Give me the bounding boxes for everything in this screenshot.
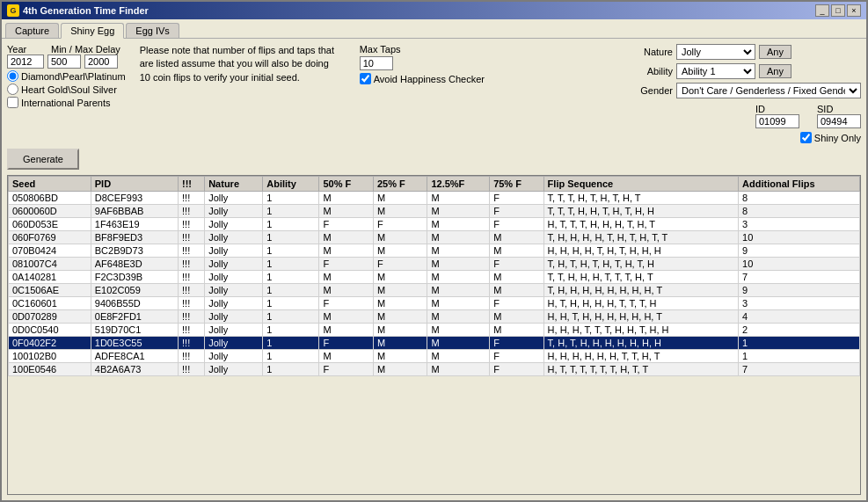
col-f75: 75% F <box>490 177 543 192</box>
max-taps-input[interactable] <box>360 56 393 70</box>
tab-egg-ivs[interactable]: Egg IVs <box>126 23 179 38</box>
table-row[interactable]: 0A140281F2C3D39B!!!Jolly1MMMMT, T, H, H,… <box>9 271 860 284</box>
table-cell: 1 <box>263 310 319 324</box>
ability-label: Ability <box>633 66 673 76</box>
content-area: Year Min / Max Delay Diamond\Pearl\Plati… <box>2 39 866 500</box>
table-cell: H, T, T, T, T, T, T, H, T, T <box>543 363 738 376</box>
params-labels: Year Min / Max Delay <box>7 44 126 55</box>
table-body: 050806BDD8CEF993!!!Jolly1MMMFT, T, T, H,… <box>9 192 860 376</box>
ability-select[interactable]: Ability 1 Ability 2 <box>676 63 755 79</box>
main-window: G 4th Generation Time Finder _ □ × Captu… <box>0 0 868 502</box>
radio-hgss[interactable] <box>7 84 18 95</box>
table-row[interactable]: 0D0C0540519D70C1!!!Jolly1MMMMH, H, H, T,… <box>9 324 860 337</box>
params-row1 <box>7 55 126 69</box>
table-row[interactable]: 070B0424BC2B9D73!!!Jolly1MMMMH, H, H, H,… <box>9 244 860 258</box>
table-cell: M <box>373 271 427 284</box>
table-cell: ADFE8CA1 <box>91 350 178 363</box>
table-cell: T, H, H, H, H, T, H, T, H, T, T <box>543 231 738 244</box>
tab-bar: Capture Shiny Egg Egg IVs <box>2 19 866 39</box>
table-cell: H, T, H, H, H, H, T, T, T, H <box>543 297 738 310</box>
col-pid: PID <box>91 177 178 192</box>
table-cell: M <box>427 192 490 205</box>
table-cell: T, T, T, H, H, T, H, T, H, H <box>543 205 738 218</box>
radio-hgss-label[interactable]: Heart Gold\Soul Silver <box>7 84 126 95</box>
left-params: Year Min / Max Delay Diamond\Pearl\Plati… <box>7 44 126 108</box>
table-cell: 100102B0 <box>9 350 91 363</box>
table-row[interactable]: 0F0402F21D0E3C55!!!Jolly1FMMFT, H, T, H,… <box>9 337 860 350</box>
results-table: Seed PID !!! Nature Ability 50% F 25% F … <box>8 176 860 376</box>
table-cell: 0D0C0540 <box>9 324 91 337</box>
table-row[interactable]: 050806BDD8CEF993!!!Jolly1MMMFT, T, T, H,… <box>9 192 860 205</box>
table-row[interactable]: 060D053E1F463E19!!!Jolly1FFMFH, T, T, T,… <box>9 218 860 231</box>
table-row[interactable]: 100E05464B2A6A73!!!Jolly1FMMFH, T, T, T,… <box>9 363 860 376</box>
table-row[interactable]: 0C1506AEE102C059!!!Jolly1MMMMT, H, H, H,… <box>9 284 860 297</box>
table-row[interactable]: 060F0769BF8F9ED3!!!Jolly1MMMMT, H, H, H,… <box>9 231 860 244</box>
title-bar: G 4th Generation Time Finder _ □ × <box>2 2 866 19</box>
table-row[interactable]: 100102B0ADFE8CA1!!!Jolly1MMMFH, H, H, H,… <box>9 350 860 363</box>
radio-dp-label[interactable]: Diamond\Pearl\Platinum <box>7 70 126 82</box>
table-cell: M <box>427 337 490 350</box>
table-wrapper[interactable]: Seed PID !!! Nature Ability 50% F 25% F … <box>7 175 861 495</box>
table-cell: 060D053E <box>9 218 91 231</box>
table-cell: M <box>373 231 427 244</box>
generate-button[interactable]: Generate <box>7 149 79 170</box>
col-f50: 50% F <box>319 177 373 192</box>
table-row[interactable]: 0C1606019406B55D!!!Jolly1FMMFH, T, H, H,… <box>9 297 860 310</box>
close-button[interactable]: × <box>847 4 861 17</box>
table-cell: 1 <box>263 231 319 244</box>
table-cell: F <box>490 218 543 231</box>
table-cell: T, H, H, H, H, H, H, H, H, T <box>543 284 738 297</box>
intl-parents-checkbox[interactable] <box>7 97 18 108</box>
tab-shiny-egg[interactable]: Shiny Egg <box>61 23 124 39</box>
table-row[interactable]: 0D0702890E8F2FD1!!!Jolly1MMMMH, H, T, H,… <box>9 310 860 324</box>
max-delay-input[interactable] <box>84 55 118 69</box>
table-cell: M <box>490 231 543 244</box>
id-input[interactable] <box>755 114 799 128</box>
table-cell: 4B2A6A73 <box>91 363 178 376</box>
any-ability-button[interactable]: Any <box>759 64 791 78</box>
table-cell: 1 <box>263 271 319 284</box>
table-cell: 3 <box>739 297 860 310</box>
any-nature-button[interactable]: Any <box>759 45 791 59</box>
table-row[interactable]: 0600060D9AF6BBAB!!!Jolly1MMMFT, T, T, H,… <box>9 205 860 218</box>
radio-intl-label[interactable]: International Parents <box>7 97 126 108</box>
table-cell: T, H, T, H, H, H, H, H, H, H <box>543 337 738 350</box>
table-cell: 9AF6BBAB <box>91 205 178 218</box>
table-cell: M <box>373 324 427 337</box>
table-row[interactable]: 081007C4AF648E3D!!!Jolly1FFMFT, H, T, H,… <box>9 258 860 271</box>
radio-dp[interactable] <box>7 70 18 82</box>
avoid-happiness-checkbox[interactable] <box>360 73 371 84</box>
nature-select[interactable]: Jolly <box>676 44 755 60</box>
col-f25: 25% F <box>373 177 427 192</box>
minimize-button[interactable]: _ <box>815 4 829 17</box>
table-cell: M <box>427 205 490 218</box>
table-cell: Jolly <box>205 258 263 271</box>
table-cell: M <box>373 244 427 258</box>
table-cell: 1 <box>263 284 319 297</box>
min-delay-input[interactable] <box>47 55 81 69</box>
table-cell: 0C160601 <box>9 297 91 310</box>
table-cell: 060F0769 <box>9 231 91 244</box>
table-cell: 1 <box>263 258 319 271</box>
table-cell: Jolly <box>205 324 263 337</box>
table-cell: 8 <box>739 205 860 218</box>
table-cell: F <box>319 218 373 231</box>
table-cell: !!! <box>179 205 205 218</box>
table-cell: 1 <box>739 350 860 363</box>
table-cell: M <box>490 284 543 297</box>
table-cell: F <box>319 363 373 376</box>
avoid-happiness-label: Avoid Happiness Checker <box>374 74 485 84</box>
table-cell: M <box>373 192 427 205</box>
table-cell: !!! <box>179 350 205 363</box>
gender-select[interactable]: Don't Care / Genderless / Fixed Gender M… <box>676 83 861 98</box>
year-input[interactable] <box>7 55 44 69</box>
shiny-only-checkbox[interactable] <box>800 132 812 143</box>
table-cell: 7 <box>739 363 860 376</box>
ability-row: Ability Ability 1 Ability 2 Any <box>633 63 861 79</box>
table-cell: Jolly <box>205 271 263 284</box>
table-cell: 050806BD <box>9 192 91 205</box>
maximize-button[interactable]: □ <box>831 4 845 17</box>
sid-input[interactable] <box>817 114 861 128</box>
tab-capture[interactable]: Capture <box>5 23 59 38</box>
table-cell: !!! <box>179 324 205 337</box>
